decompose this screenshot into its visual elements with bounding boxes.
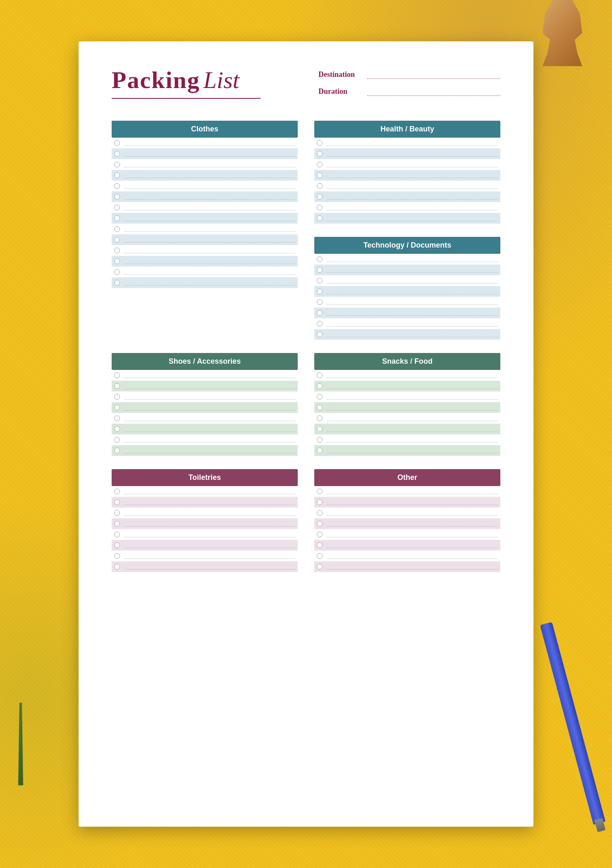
checkbox[interactable] <box>114 183 120 189</box>
clothes-checklist <box>112 138 298 288</box>
list-item <box>314 318 500 329</box>
checkbox[interactable] <box>317 267 323 273</box>
destination-input-line[interactable] <box>367 71 500 79</box>
list-item <box>112 277 298 288</box>
checkbox[interactable] <box>317 521 323 527</box>
checkbox[interactable] <box>317 394 323 400</box>
checkbox[interactable] <box>317 140 323 146</box>
checkbox[interactable] <box>317 510 323 516</box>
checkbox[interactable] <box>114 258 120 264</box>
checkbox[interactable] <box>317 289 323 294</box>
checkbox[interactable] <box>317 489 323 494</box>
checkbox[interactable] <box>114 372 120 378</box>
other-checklist <box>314 486 500 572</box>
checkbox[interactable] <box>114 405 120 410</box>
list-item <box>112 213 298 224</box>
list-item <box>112 256 298 267</box>
checkbox[interactable] <box>114 237 120 243</box>
checkbox[interactable] <box>114 162 120 167</box>
list-item <box>112 540 298 551</box>
list-item <box>112 561 298 572</box>
categories-grid: Clothes Health / Beauty <box>112 121 500 585</box>
checkbox[interactable] <box>317 372 323 378</box>
checkbox[interactable] <box>114 394 120 400</box>
checkbox[interactable] <box>317 448 323 453</box>
checkbox[interactable] <box>317 183 323 189</box>
checkbox[interactable] <box>114 215 120 221</box>
snacks-checklist <box>314 370 500 456</box>
checkbox[interactable] <box>114 510 120 516</box>
checkbox[interactable] <box>114 542 120 548</box>
list-item <box>112 434 298 445</box>
checkbox[interactable] <box>114 499 120 505</box>
list-item <box>112 551 298 561</box>
checkbox[interactable] <box>317 426 323 432</box>
checkbox[interactable] <box>317 405 323 410</box>
list-item <box>314 138 500 148</box>
tech-docs-checklist <box>314 254 500 340</box>
list-item <box>112 529 298 540</box>
checkbox[interactable] <box>317 542 323 548</box>
paper-document: Packing List Destination Duration Clothe… <box>79 41 533 827</box>
duration-input-line[interactable] <box>367 88 500 96</box>
checkbox[interactable] <box>317 532 323 537</box>
destination-field: Destination <box>318 70 500 79</box>
checkbox[interactable] <box>114 489 120 494</box>
checkbox[interactable] <box>317 299 323 305</box>
checkbox[interactable] <box>317 215 323 221</box>
shoes-checklist <box>112 370 298 456</box>
checkbox[interactable] <box>317 162 323 167</box>
checkbox[interactable] <box>114 172 120 178</box>
checkbox[interactable] <box>114 140 120 146</box>
checkbox[interactable] <box>317 172 323 178</box>
header: Packing List Destination Duration <box>112 66 500 104</box>
list-item <box>314 191 500 202</box>
checkbox[interactable] <box>317 256 323 262</box>
list-item <box>314 148 500 159</box>
checkbox[interactable] <box>114 564 120 570</box>
checkbox[interactable] <box>114 269 120 275</box>
list-item <box>314 159 500 170</box>
list-item <box>112 402 298 413</box>
checkbox[interactable] <box>317 383 323 389</box>
checkbox[interactable] <box>317 415 323 421</box>
checkbox[interactable] <box>114 521 120 527</box>
checkbox[interactable] <box>114 415 120 421</box>
checkbox[interactable] <box>317 499 323 505</box>
checkbox[interactable] <box>114 437 120 443</box>
checkbox[interactable] <box>114 151 120 157</box>
checkbox[interactable] <box>317 278 323 284</box>
checkbox[interactable] <box>114 226 120 232</box>
checkbox[interactable] <box>114 248 120 253</box>
checkbox[interactable] <box>317 151 323 157</box>
checkbox[interactable] <box>114 448 120 453</box>
checkbox[interactable] <box>114 383 120 389</box>
checkbox[interactable] <box>114 280 120 286</box>
category-snacks-food: Snacks / Food <box>314 353 500 456</box>
checkbox[interactable] <box>114 553 120 559</box>
checkbox[interactable] <box>317 553 323 559</box>
list-item <box>112 267 298 277</box>
checkbox[interactable] <box>317 564 323 570</box>
checkbox[interactable] <box>317 194 323 200</box>
checkbox[interactable] <box>317 321 323 327</box>
checkbox[interactable] <box>114 426 120 432</box>
checkbox[interactable] <box>317 331 323 337</box>
checkbox[interactable] <box>317 437 323 443</box>
list-item <box>314 381 500 391</box>
category-shoes-accessories-header: Shoes / Accessories <box>112 353 298 370</box>
list-item <box>314 445 500 456</box>
list-item <box>314 508 500 518</box>
list-item <box>112 202 298 213</box>
checkbox[interactable] <box>114 532 120 537</box>
title-packing: Packing <box>112 66 200 94</box>
checkbox[interactable] <box>114 194 120 200</box>
list-item <box>112 224 298 234</box>
checkbox[interactable] <box>317 310 323 316</box>
checkbox[interactable] <box>317 205 323 210</box>
list-item <box>112 518 298 529</box>
list-item <box>112 508 298 518</box>
list-item <box>112 424 298 434</box>
checkbox[interactable] <box>114 205 120 210</box>
category-snacks-food-header: Snacks / Food <box>314 353 500 370</box>
